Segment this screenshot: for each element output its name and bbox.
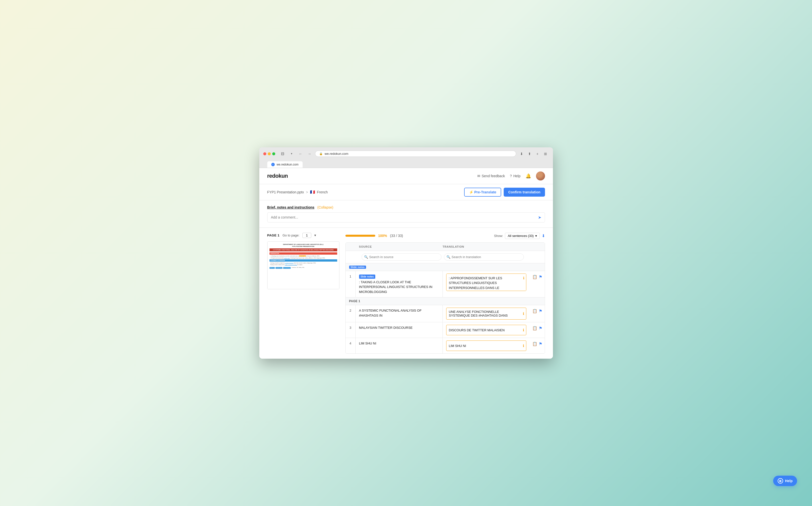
logo: redokun [267,173,288,179]
search-row: 🔍 🔍 [346,251,545,263]
progress-percent: 100% [378,234,387,238]
search-source-input[interactable] [362,253,441,261]
show-label: Show: [494,234,503,238]
bell-icon[interactable]: 🔔 [526,173,531,179]
send-feedback-link[interactable]: ✉ Send feedback [477,174,505,178]
main-content: PAGE 1 Go to page: ▾ DEPARTMENT OF LANGU… [259,228,553,359]
translation-display-2[interactable]: UNE ANALYSE FONCTIONNELLE SYSTEMIQUE DES… [446,308,526,320]
progress-bar-fill [345,235,375,237]
flag-icon-4[interactable]: ⚑ [539,341,542,346]
translation-display-3[interactable]: DISCOURS DE TWITTER MALAISIEN ℹ [446,325,526,335]
minimize-button[interactable] [268,152,271,155]
confirm-translation-button[interactable]: Confirm translation [504,188,545,197]
page-label: PAGE 1 [267,234,280,237]
search-source-icon: 🔍 [364,255,368,259]
flag-icon-1[interactable]: ⚑ [539,274,542,279]
tab-favicon: r [271,163,275,166]
translation-input-1[interactable] [446,273,526,291]
row-source-3: MALAYSIAN TWITTER DISCOURSE [356,322,443,338]
browser-action-buttons: ⬇ ⬆ + ⊞ [518,150,549,157]
help-fab-label: Help [785,479,793,483]
back-button[interactable]: ← [297,150,304,157]
maximize-button[interactable] [272,152,275,155]
notes-title: Brief, notes and instructions [267,205,314,209]
progress-section: 100% (33 / 33) [345,234,403,238]
warning-icon-1: ℹ [523,276,524,280]
share-button[interactable]: ⬆ [526,150,533,157]
table-row: 2 A SYSTEMIC FUNCTIONAL ANALYSIS OF #HAS… [346,305,545,322]
row-translation-1: ℹ [443,271,530,298]
row-actions-1: 📋 ⚑ [530,271,545,298]
address-bar[interactable]: 🔒 we.redokun.com [315,151,516,157]
translation-table: SOURCE TRANSLATION 🔍 🔍 [345,242,545,354]
slide-title-bar: A SYSTEMIC FUNCTIONAL ANALYSIS OF #HASHT… [270,248,337,251]
row-actions-2: 📋 ⚑ [530,305,545,322]
source-text-1: : TAKING A CLOSER LOOK AT THE INTERPERSO… [359,280,433,294]
copy-icon-2[interactable]: 📋 [532,309,537,313]
chevron-down-icon[interactable]: ▾ [288,150,295,157]
slide-bottom: #BeTrue #JustCoding #embeddings (Laukkan… [270,267,337,269]
forward-button[interactable]: → [306,150,313,157]
close-button[interactable] [263,152,266,155]
translation-display-4[interactable]: LIM SHU NI ℹ [446,340,526,351]
table-column-headers: SOURCE TRANSLATION [346,243,545,251]
row-translation-4: LIM SHU NI ℹ [443,338,530,353]
download-icon[interactable]: ⬇ [542,234,545,238]
slide-dept-header: DEPARTMENT OF LANGUAGES AND LINGUISTICS … [270,244,337,248]
warning-icon-2: ℹ [523,312,524,316]
flag-icon-2[interactable]: ⚑ [539,309,542,313]
slide-thumbnail: DEPARTMENT OF LANGUAGES AND LINGUISTICS … [268,242,339,289]
search-translation-input[interactable] [444,253,524,261]
tab-bar: r we.redokun.com [263,160,549,168]
progress-count: (33 / 33) [390,234,403,238]
top-nav: redokun ✉ Send feedback ? Help 🔔 [259,168,553,184]
breadcrumb-file[interactable]: FYP1 Presentation.pptx [267,190,304,194]
grid-view-button[interactable]: ⊞ [542,150,549,157]
breadcrumb-actions: ⚡ Pre-Translate Confirm translation [464,188,545,197]
notes-badge-1: Slide notes [359,274,375,279]
sidebar-toggle-button[interactable]: ⊟ [279,150,286,157]
copy-icon-4[interactable]: 📋 [532,341,537,346]
show-select-dropdown[interactable]: All sentences (33) ▾ [505,233,540,239]
email-icon: ✉ [477,174,480,178]
slide-bullet-1: ☐ #Hashtags were introduced as a tool fo… [270,255,337,257]
send-icon[interactable]: ➤ [538,215,541,220]
row-actions-4: 📋 ⚑ [530,338,545,353]
collapse-button[interactable]: (Collapse) [317,205,333,209]
avatar[interactable] [536,171,545,180]
flag-icon-3[interactable]: ⚑ [539,326,542,331]
slide-text-bottom: (Laukkanen, 2017; Malley, 2018) [292,267,304,269]
source-text-4: LIM SHU NI [359,341,376,345]
warning-icon-4: ℹ [523,344,524,348]
slide-bullet-4: Existing semiotic studies tend to single… [270,264,337,266]
table-row: 4 LIM SHU NI LIM SHU NI ℹ 📋 ⚑ [346,338,545,353]
row-actions-3: 📋 ⚑ [530,322,545,338]
row-number-4: 4 [346,338,356,353]
new-tab-button[interactable]: + [534,150,541,157]
breadcrumb-language: French [317,190,328,194]
active-tab[interactable]: r we.redokun.com [267,161,302,168]
notes-header: Brief, notes and instructions (Collapse) [267,205,545,209]
source-column-header: SOURCE [359,245,443,248]
pre-translate-button[interactable]: ⚡ Pre-Translate [464,188,502,197]
copy-icon-1[interactable]: 📋 [532,274,537,279]
comment-input-container: ➤ [267,212,545,223]
page-number-input[interactable] [302,233,311,238]
translation-text-2: UNE ANALYSE FONCTIONNELLE SYSTEMIQUE DES… [449,310,518,317]
translation-text-3: DISCOURS DE TWITTER MALAISIEN [449,328,505,332]
browser-controls: ⊟ ▾ ← → 🔒 we.redokun.com ⬇ ⬆ + ⊞ [263,150,549,157]
copy-icon-3[interactable]: 📋 [532,326,537,331]
search-translation-icon: 🔍 [446,255,450,259]
downloads-button[interactable]: ⬇ [518,150,525,157]
slide-intro-header: INTRODUCTION [270,252,337,255]
help-link[interactable]: ? Help [510,174,521,178]
go-to-label: Go to page: [282,234,299,237]
send-feedback-label: Send feedback [482,174,505,178]
chevron-down-icon[interactable]: ▾ [314,233,316,237]
browser-chrome: ⊟ ▾ ← → 🔒 we.redokun.com ⬇ ⬆ + ⊞ r we.re… [259,147,553,168]
browser-window: ⊟ ▾ ← → 🔒 we.redokun.com ⬇ ⬆ + ⊞ r we.re… [259,147,553,359]
slide-body: INTRODUCTION ☐ #Hashtags were introduced… [270,252,337,266]
page-1-section-label: PAGE 1 [346,298,545,305]
help-fab-button[interactable]: ⊕ Help [773,476,797,486]
comment-input[interactable] [271,215,538,219]
